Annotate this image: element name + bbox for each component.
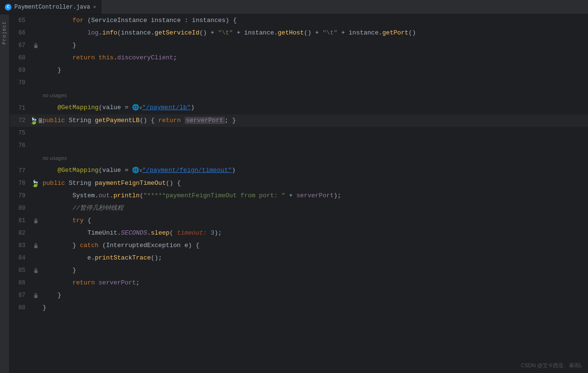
table-row: 86 return serverPort; [10,277,588,289]
table-row: 80 //暂停几秒钟线程 [10,202,588,215]
code-text: } [41,39,588,52]
lock-icon [33,268,39,273]
table-row: 79 System.out.println("*****paymentFeign… [10,190,588,202]
code-text: @GetMapping(value = 🌐∨"/payment/feign/ti… [41,164,588,177]
line-number: 85 [10,264,31,277]
code-text: log.info(instance.getServiceId() + "\t" … [41,27,588,39]
lock-icon [33,43,39,48]
bean-icon: 🍃 [30,117,38,125]
line-number: 66 [10,27,31,39]
file-tab[interactable]: C PaymentController.java × [0,0,101,14]
code-text: return serverPort; [41,277,588,289]
code-text: } [41,302,588,314]
svg-rect-0 [34,45,38,48]
table-row: 83 } catch (InterruptedException e) { [10,239,588,252]
line-number: 68 [10,52,31,64]
bean-icon: 🍃 [31,180,39,188]
table-row: 66 log.info(instance.getServiceId() + "\… [10,27,588,39]
line-number: 77 [10,165,31,177]
code-text: no usages [41,153,588,163]
svg-rect-3 [34,245,38,248]
lock-icon [40,181,41,186]
no-usages-row: no usages [10,152,588,164]
line-number: 88 [10,302,31,314]
line-number: 75 [10,127,31,139]
gutter [31,293,41,298]
svg-rect-5 [34,295,38,298]
java-file-icon: C [5,4,11,11]
line-number: 65 [10,14,31,27]
code-text: public String paymentFeignTimeOut() { [41,177,588,190]
code-editor: 65 for (ServiceInstance instance : insta… [10,14,588,373]
svg-rect-1 [40,183,41,184]
project-sidebar: Project [0,14,10,373]
line-number: 72 [10,114,31,127]
tab-bar: C PaymentController.java × [0,0,588,14]
line-number: 84 [10,252,31,264]
table-row: 75 [10,127,588,139]
code-text: return this.discoveryClient; [41,52,588,64]
table-row: 70 [10,77,588,89]
table-row: 69 } [10,64,588,77]
table-row: 77 @GetMapping(value = 🌐∨"/payment/feign… [10,164,588,177]
gutter: 🍃 [31,180,41,188]
line-number: 86 [10,277,31,289]
tab-close-button[interactable]: × [93,4,96,10]
line-number: 79 [10,190,31,202]
code-text: } [41,289,588,302]
code-text: System.out.println("*****paymentFeignTim… [41,190,588,202]
gutter: 🍃 + [31,117,41,125]
line-number: 70 [10,77,31,89]
code-text: TimeUnit.SECONDS.sleep( timeout: 3); [41,227,588,239]
table-row: 78 🍃 public String paymentFeignTimeOut()… [10,177,588,190]
table-row: 72 🍃 + public String getPaymentLB() { re… [10,114,588,127]
table-row: 88 } [10,302,588,314]
table-row: 87 } [10,289,588,302]
line-number: 69 [10,64,31,77]
lock-icon [33,243,39,249]
sidebar-label: Project [2,21,7,45]
table-row: 85 } [10,264,588,277]
gutter [31,43,41,48]
line-number: 80 [10,202,31,215]
gutter [31,243,41,249]
table-row: 65 for (ServiceInstance instance : insta… [10,14,588,27]
gutter [31,218,41,224]
watermark: CSDN @艾卡西亚、暴雨L [521,362,582,369]
code-text: try { [41,215,588,227]
table-row: 81 try { [10,215,588,227]
table-row: 76 [10,139,588,152]
line-number: 83 [10,239,31,252]
line-number: 87 [10,289,31,302]
no-usages-row: no usages [10,89,588,102]
code-text: //暂停几秒钟线程 [41,202,588,215]
table-row: 68 return this.discoveryClient; [10,52,588,64]
code-text: } [41,64,588,77]
code-text: for (ServiceInstance instance : instance… [41,14,588,27]
line-number: 82 [10,227,31,239]
code-text: public String getPaymentLB() { return se… [41,114,588,127]
line-number: 78 [10,177,31,190]
lock-icon [33,293,39,298]
code-text: @GetMapping(value = 🌐∨"/payment/lb") [41,102,588,114]
gutter [31,268,41,273]
code-text: no usages [41,90,588,101]
code-text: } [41,264,588,277]
svg-rect-4 [34,270,38,273]
table-row: 82 TimeUnit.SECONDS.sleep( timeout: 3); [10,227,588,239]
line-number: 71 [10,102,31,114]
code-text: } catch (InterruptedException e) { [41,239,588,252]
line-number: 76 [10,139,31,152]
code-text: e.printStackTrace(); [41,252,588,264]
lock-icon [33,218,39,224]
line-number: 67 [10,39,31,52]
table-row: 67 } [10,39,588,52]
table-row: 71 @GetMapping(value = 🌐∨"/payment/lb") [10,102,588,114]
svg-rect-2 [34,220,38,223]
tab-label: PaymentController.java [14,4,90,11]
table-row: 84 e.printStackTrace(); [10,252,588,264]
line-number: 81 [10,215,31,227]
